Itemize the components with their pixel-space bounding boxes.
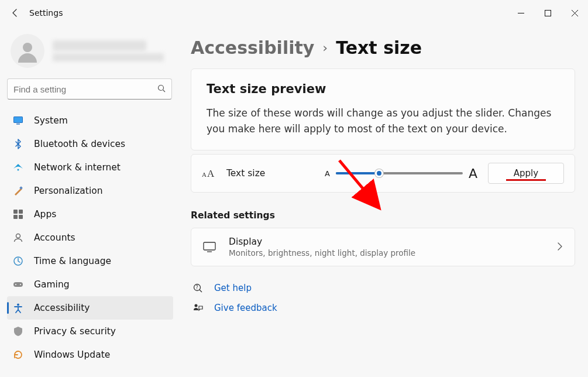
- nav-item-accounts[interactable]: Accounts: [7, 226, 173, 249]
- svg-rect-10: [13, 210, 18, 214]
- search-input[interactable]: [13, 84, 157, 94]
- svg-line-4: [163, 90, 166, 92]
- svg-point-2: [23, 43, 32, 52]
- slider-track-fill: [336, 172, 379, 174]
- breadcrumb: Accessibility › Text size: [191, 37, 575, 58]
- search-box[interactable]: [7, 78, 172, 100]
- text-size-slider-wrap: A A: [325, 166, 477, 181]
- chevron-right-icon: ›: [322, 40, 328, 55]
- nav-item-label: Gaming: [34, 279, 70, 290]
- close-button[interactable]: [561, 4, 588, 22]
- svg-rect-13: [19, 215, 23, 219]
- profile-block[interactable]: [7, 32, 173, 78]
- related-display-item[interactable]: Display Monitors, brightness, night ligh…: [191, 228, 575, 266]
- slider-min-label: A: [325, 169, 330, 178]
- help-icon: ?: [192, 283, 204, 293]
- nav-item-label: Time & language: [34, 256, 111, 266]
- caption-controls: [507, 4, 588, 22]
- text-size-slider[interactable]: [336, 167, 463, 179]
- nav-item-label: Bluetooth & devices: [34, 139, 125, 149]
- svg-line-26: [200, 290, 202, 292]
- globe-clock-icon: [13, 256, 23, 266]
- svg-point-19: [17, 304, 19, 306]
- nav-item-network[interactable]: Network & internet: [7, 156, 173, 179]
- svg-point-17: [15, 284, 16, 285]
- nav-item-label: Network & internet: [34, 162, 121, 173]
- display-icon: [203, 242, 216, 252]
- text-size-icon: AA: [202, 167, 216, 179]
- maximize-button[interactable]: [534, 4, 561, 22]
- paintbrush-icon: [13, 186, 23, 196]
- svg-text:?: ?: [196, 285, 198, 290]
- slider-max-label: A: [469, 166, 477, 181]
- text-size-control-row: AA Text size A A Apply: [191, 154, 575, 193]
- svg-rect-11: [19, 210, 23, 214]
- nav-item-label: Accessibility: [34, 303, 90, 313]
- preview-title: Text size preview: [207, 82, 559, 96]
- svg-rect-16: [13, 282, 23, 287]
- search-icon: [157, 84, 166, 95]
- svg-rect-6: [14, 117, 22, 122]
- give-feedback-label[interactable]: Give feedback: [214, 303, 277, 313]
- svg-rect-1: [545, 10, 551, 16]
- profile-text: [53, 40, 164, 61]
- chevron-right-icon: [557, 242, 563, 253]
- related-display-title: Display: [229, 237, 544, 247]
- svg-rect-22: [204, 242, 215, 250]
- text-size-preview-card: Text size preview The size of these word…: [191, 68, 575, 150]
- monitor-icon: [13, 115, 23, 126]
- give-feedback-link[interactable]: Give feedback: [192, 303, 575, 313]
- profile-name-redacted: [53, 40, 146, 51]
- get-help-link[interactable]: ? Get help: [192, 283, 575, 293]
- nav-item-bluetooth[interactable]: Bluetooth & devices: [7, 132, 173, 156]
- svg-rect-12: [13, 215, 18, 219]
- main-content: Accessibility › Text size Text size prev…: [180, 26, 588, 377]
- svg-rect-9: [19, 186, 23, 190]
- svg-point-14: [16, 234, 20, 238]
- nav-item-label: Privacy & security: [34, 326, 116, 337]
- nav-item-label: Apps: [34, 209, 56, 220]
- nav-item-system[interactable]: System: [7, 109, 173, 132]
- nav-item-label: Personalization: [34, 186, 103, 196]
- nav-item-time-language[interactable]: Time & language: [7, 249, 173, 273]
- titlebar: Settings: [0, 0, 588, 26]
- bluetooth-icon: [13, 139, 23, 149]
- nav-item-privacy[interactable]: Privacy & security: [7, 320, 173, 343]
- breadcrumb-current: Text size: [336, 37, 422, 58]
- nav-list: System Bluetooth & devices Network & int…: [7, 109, 173, 366]
- person-icon: [13, 232, 23, 243]
- avatar: [11, 34, 44, 68]
- nav-item-label: System: [34, 115, 68, 126]
- related-settings-heading: Related settings: [191, 210, 575, 221]
- apps-icon: [13, 209, 23, 220]
- nav-item-accessibility[interactable]: Accessibility: [7, 296, 173, 320]
- accessibility-icon: [13, 303, 23, 313]
- nav-item-apps[interactable]: Apps: [7, 203, 173, 226]
- shield-icon: [13, 326, 23, 337]
- svg-point-27: [195, 304, 198, 307]
- sidebar: System Bluetooth & devices Network & int…: [0, 26, 180, 377]
- update-icon: [13, 349, 23, 360]
- nav-item-label: Accounts: [34, 232, 75, 243]
- svg-point-18: [20, 284, 21, 285]
- related-display-subtitle: Monitors, brightness, night light, displ…: [229, 248, 544, 258]
- svg-point-8: [18, 169, 19, 171]
- nav-item-personalization[interactable]: Personalization: [7, 179, 173, 203]
- apply-button[interactable]: Apply: [488, 163, 564, 184]
- back-button[interactable]: [11, 8, 20, 18]
- svg-point-3: [159, 85, 164, 90]
- app-title: Settings: [29, 8, 63, 18]
- profile-email-redacted: [53, 53, 164, 61]
- nav-item-windows-update[interactable]: Windows Update: [7, 343, 173, 366]
- minimize-button[interactable]: [507, 4, 534, 22]
- slider-thumb[interactable]: [375, 169, 383, 177]
- nav-item-gaming[interactable]: Gaming: [7, 273, 173, 296]
- svg-text:A: A: [207, 168, 215, 179]
- breadcrumb-category[interactable]: Accessibility: [191, 37, 314, 58]
- apply-button-label: Apply: [514, 168, 538, 179]
- feedback-icon: [192, 303, 204, 313]
- svg-rect-7: [16, 124, 20, 125]
- footer-links: ? Get help Give feedback: [191, 283, 575, 313]
- gamepad-icon: [13, 279, 23, 290]
- get-help-label[interactable]: Get help: [214, 283, 252, 293]
